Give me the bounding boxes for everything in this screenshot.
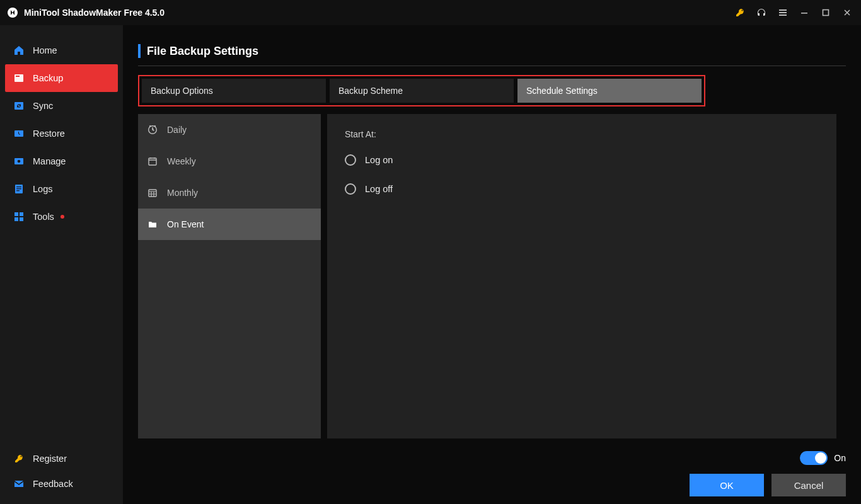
schedule-toggle[interactable] (800, 451, 828, 465)
sidebar-item-label: Sync (33, 101, 53, 111)
radio-label: Log on (365, 155, 393, 165)
schedule-mode-daily[interactable]: Daily (138, 114, 321, 146)
radio-log-on[interactable]: Log on (345, 154, 819, 166)
radio-icon (345, 154, 356, 166)
footer: On OK Cancel (690, 451, 846, 496)
key-icon (13, 452, 25, 465)
sidebar-item-label: Home (33, 45, 57, 55)
calendar-icon (147, 156, 158, 167)
schedule-mode-label: Monthly (167, 188, 198, 198)
minimize-icon[interactable] (795, 4, 813, 21)
schedule-mode-list: Daily Weekly Monthly On Event (138, 114, 321, 438)
restore-icon (13, 127, 25, 140)
button-label: OK (720, 480, 734, 491)
svg-rect-1 (823, 10, 829, 16)
home-icon (13, 44, 25, 57)
sidebar-item-home[interactable]: Home (5, 37, 118, 64)
notification-dot-icon (61, 215, 64, 219)
menu-icon[interactable] (774, 4, 792, 21)
radio-label: Log off (365, 184, 393, 194)
svg-rect-14 (14, 217, 18, 221)
clock-icon (147, 124, 158, 135)
folder-icon (147, 219, 158, 230)
title-accent-bar (138, 44, 141, 58)
tab-schedule-settings[interactable]: Schedule Settings (517, 79, 702, 103)
divider (138, 66, 846, 66)
svg-rect-2 (14, 74, 23, 82)
sidebar-item-label: Backup (33, 73, 63, 83)
svg-rect-0 (801, 13, 807, 14)
backup-icon (13, 72, 25, 84)
sidebar-item-tools[interactable]: Tools (5, 203, 118, 231)
key-icon[interactable] (731, 4, 749, 21)
svg-rect-15 (20, 217, 23, 221)
sidebar-item-register[interactable]: Register (5, 446, 118, 471)
tab-label: Backup Options (151, 86, 213, 96)
page-title: File Backup Settings (147, 45, 258, 58)
content-area: File Backup Settings Backup Options Back… (123, 25, 861, 504)
sidebar-item-backup[interactable]: Backup (5, 64, 118, 92)
app-title: MiniTool ShadowMaker Free 4.5.0 (24, 8, 165, 18)
button-label: Cancel (794, 480, 824, 491)
svg-rect-3 (16, 76, 20, 77)
page-title-wrap: File Backup Settings (138, 44, 846, 58)
svg-rect-19 (149, 190, 156, 197)
close-icon[interactable] (838, 4, 856, 21)
svg-rect-12 (14, 212, 18, 216)
tabs-highlight-box: Backup Options Backup Scheme Schedule Se… (138, 75, 705, 106)
sidebar-item-restore[interactable]: Restore (5, 120, 118, 147)
tab-label: Schedule Settings (526, 86, 598, 96)
manage-icon (13, 155, 25, 168)
sidebar-item-label: Restore (33, 129, 65, 139)
start-at-label: Start At: (345, 129, 819, 139)
sidebar-item-logs[interactable]: Logs (5, 175, 118, 203)
calendar-grid-icon (147, 187, 158, 198)
sidebar-item-label: Register (33, 454, 67, 464)
ok-button[interactable]: OK (690, 474, 764, 496)
schedule-mode-on-event[interactable]: On Event (138, 209, 321, 240)
schedule-mode-monthly[interactable]: Monthly (138, 177, 321, 209)
svg-point-7 (18, 160, 21, 163)
maximize-icon[interactable] (817, 4, 835, 21)
toggle-label: On (834, 453, 846, 463)
schedule-toggle-row: On (800, 451, 846, 465)
svg-rect-11 (16, 190, 20, 191)
logs-icon (13, 183, 25, 195)
headphones-icon[interactable] (753, 4, 770, 21)
mail-icon (13, 478, 25, 490)
radio-log-off[interactable]: Log off (345, 183, 819, 195)
schedule-mode-label: Weekly (167, 156, 196, 166)
toggle-knob-icon (815, 452, 826, 464)
app-logo-icon (6, 6, 19, 19)
sidebar-item-label: Feedback (33, 479, 73, 489)
sidebar-item-label: Manage (33, 156, 66, 166)
svg-rect-13 (20, 212, 23, 216)
schedule-mode-label: Daily (167, 125, 187, 135)
sidebar-item-label: Logs (33, 184, 52, 194)
tab-backup-scheme[interactable]: Backup Scheme (330, 79, 514, 103)
sidebar-item-label: Tools (33, 212, 54, 222)
sidebar: Home Backup Sync Restore Manage Logs (0, 25, 123, 504)
tab-backup-options[interactable]: Backup Options (142, 79, 326, 103)
radio-icon (345, 183, 356, 195)
tools-icon (13, 210, 25, 223)
sync-icon (13, 100, 25, 112)
sidebar-item-sync[interactable]: Sync (5, 92, 118, 120)
svg-rect-18 (149, 158, 156, 165)
event-settings-panel: Start At: Log on Log off (327, 114, 836, 438)
schedule-mode-label: On Event (167, 219, 204, 229)
tab-label: Backup Scheme (338, 86, 403, 96)
sidebar-item-feedback[interactable]: Feedback (5, 471, 118, 496)
sidebar-item-manage[interactable]: Manage (5, 147, 118, 175)
svg-rect-9 (16, 186, 21, 187)
titlebar: MiniTool ShadowMaker Free 4.5.0 (0, 0, 861, 25)
schedule-mode-weekly[interactable]: Weekly (138, 146, 321, 177)
svg-rect-10 (16, 188, 21, 189)
cancel-button[interactable]: Cancel (771, 474, 846, 496)
